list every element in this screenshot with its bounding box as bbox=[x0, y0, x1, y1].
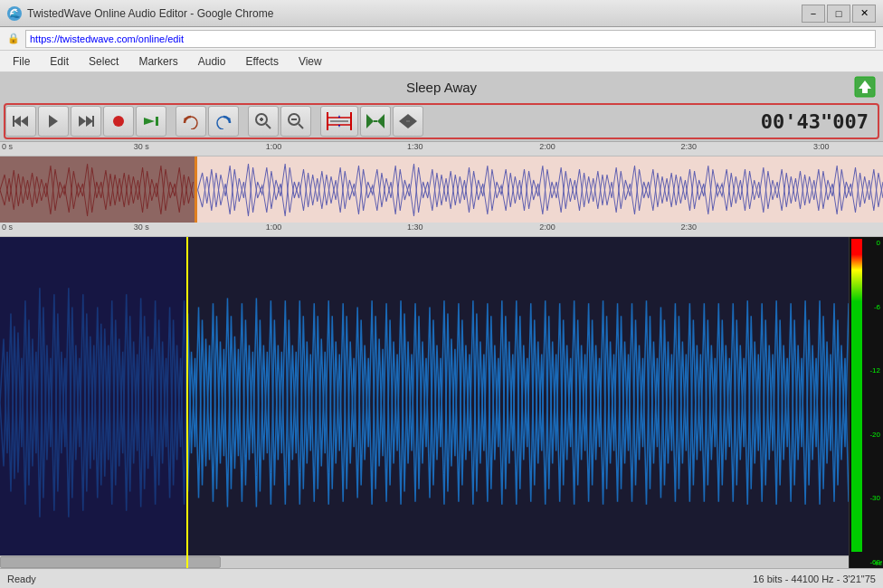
vu-label-30db: -30 bbox=[862, 494, 882, 502]
window-controls: − □ ✕ bbox=[802, 5, 876, 23]
main-ruler-mark-30s: 30 s bbox=[134, 223, 149, 232]
svg-marker-27 bbox=[366, 114, 374, 128]
vu-label-12db: -12 bbox=[862, 366, 882, 375]
svg-rect-4 bbox=[13, 116, 14, 127]
menu-edit[interactable]: Edit bbox=[41, 52, 78, 71]
ssl-lock-icon: 🔒 bbox=[7, 33, 20, 44]
overview-waveform[interactable] bbox=[0, 156, 883, 223]
time-display: 00'43"007 bbox=[761, 110, 878, 133]
svg-marker-10 bbox=[144, 118, 155, 125]
menu-view[interactable]: View bbox=[290, 52, 331, 71]
title-bar-left: 🌊 TwistedWave Online Audio Editor - Goog… bbox=[7, 6, 273, 21]
svg-rect-8 bbox=[92, 116, 94, 127]
app-area: Sleep Away bbox=[0, 72, 883, 588]
title-bar: 🌊 TwistedWave Online Audio Editor - Goog… bbox=[0, 0, 883, 27]
overview-selection bbox=[0, 156, 195, 223]
toolbar: 00'43"007 bbox=[0, 101, 883, 141]
vu-label-20db: -20 bbox=[862, 431, 882, 439]
overview-ruler: 0 s 30 s 1:00 1:30 2:00 2:30 3:00 bbox=[0, 142, 883, 156]
close-button[interactable]: ✕ bbox=[852, 5, 876, 23]
svg-line-20 bbox=[299, 124, 303, 128]
url-input[interactable] bbox=[25, 30, 876, 48]
track-title: Sleep Away bbox=[406, 80, 477, 95]
window-title: TwistedWave Online Audio Editor - Google… bbox=[27, 7, 273, 20]
vu-label-0db: 0 bbox=[862, 239, 882, 247]
svg-line-17 bbox=[266, 124, 271, 128]
rewind-button[interactable] bbox=[5, 106, 36, 137]
overview-section: 0 s 30 s 1:00 1:30 2:00 2:30 3:00 bbox=[0, 141, 883, 223]
vu-label-6db: -6 bbox=[862, 303, 882, 311]
redo-button[interactable] bbox=[208, 106, 239, 137]
ruler-mark-30s: 30 s bbox=[134, 142, 149, 151]
trim-button[interactable] bbox=[393, 106, 423, 137]
address-bar: 🔒 bbox=[0, 27, 883, 51]
ruler-mark-1m: 1:00 bbox=[266, 142, 282, 151]
main-playhead bbox=[186, 237, 188, 568]
main-selection-overlay bbox=[0, 237, 186, 568]
svg-marker-3 bbox=[21, 116, 28, 127]
menu-markers[interactable]: Markers bbox=[129, 52, 186, 71]
main-waveform-area: 0 -6 -12 -20 -30 -60 -inf bbox=[0, 237, 883, 568]
overview-playhead bbox=[195, 156, 197, 223]
main-ruler: 0 s 30 s 1:00 1:30 2:00 2:30 bbox=[0, 223, 883, 237]
menu-select[interactable]: Select bbox=[80, 52, 128, 71]
menu-bar: File Edit Select Markers Audio Effects V… bbox=[0, 51, 883, 72]
status-info: 16 bits - 44100 Hz - 3'21"75 bbox=[753, 574, 876, 584]
main-ruler-mark-2m: 2:00 bbox=[539, 223, 555, 232]
vu-scale: 0 -6 -12 -20 -30 -60 bbox=[862, 237, 882, 568]
vu-meter: 0 -6 -12 -20 -30 -60 -inf bbox=[849, 237, 883, 568]
zoom-out-button[interactable] bbox=[280, 106, 311, 137]
app-icon: 🌊 bbox=[7, 6, 22, 21]
go-end-button[interactable] bbox=[136, 106, 166, 137]
svg-marker-2 bbox=[14, 116, 21, 127]
export-icon[interactable] bbox=[854, 76, 876, 98]
zoom-in-button[interactable] bbox=[248, 106, 279, 137]
svg-rect-11 bbox=[156, 117, 158, 126]
ruler-mark-2m30: 2:30 bbox=[681, 142, 698, 151]
minimize-button[interactable]: − bbox=[802, 5, 825, 23]
menu-audio[interactable]: Audio bbox=[189, 52, 235, 71]
fit-selection-button[interactable] bbox=[320, 106, 358, 137]
status-bar: Ready 16 bits - 44100 Hz - 3'21"75 bbox=[0, 568, 883, 588]
main-ruler-mark-1m: 1:00 bbox=[266, 223, 282, 232]
main-ruler-mark-0s: 0 s bbox=[2, 223, 13, 232]
ruler-mark-0s: 0 s bbox=[2, 142, 13, 151]
vu-bar bbox=[851, 239, 862, 552]
svg-marker-25 bbox=[338, 115, 340, 118]
maximize-button[interactable]: □ bbox=[827, 5, 850, 23]
play-button[interactable] bbox=[38, 106, 69, 137]
main-waveform-canvas[interactable] bbox=[0, 237, 849, 568]
undo-button[interactable] bbox=[176, 106, 206, 137]
menu-file[interactable]: File bbox=[4, 52, 39, 71]
main-ruler-mark-1m30: 1:30 bbox=[407, 223, 423, 232]
fast-forward-button[interactable] bbox=[71, 106, 101, 137]
menu-effects[interactable]: Effects bbox=[236, 52, 287, 71]
svg-marker-6 bbox=[79, 116, 86, 127]
vu-label-inf: -inf bbox=[873, 560, 882, 566]
status-ready: Ready bbox=[7, 574, 36, 584]
svg-rect-34 bbox=[195, 156, 883, 223]
record-button[interactable] bbox=[103, 106, 134, 137]
main-section: 0 s 30 s 1:00 1:30 2:00 2:30 bbox=[0, 223, 883, 568]
ruler-mark-2m: 2:00 bbox=[539, 142, 555, 151]
ruler-mark-1m30: 1:30 bbox=[407, 142, 423, 151]
svg-marker-26 bbox=[338, 125, 340, 128]
svg-marker-28 bbox=[377, 114, 385, 128]
app-title-row: Sleep Away bbox=[0, 72, 883, 101]
svg-marker-7 bbox=[86, 116, 93, 127]
main-ruler-mark-2m30: 2:30 bbox=[681, 223, 698, 232]
zoom-fit-button[interactable] bbox=[360, 106, 391, 137]
svg-marker-5 bbox=[49, 115, 58, 128]
svg-point-9 bbox=[113, 116, 124, 127]
scrollbar-area[interactable] bbox=[0, 555, 849, 568]
ruler-mark-3m: 3:00 bbox=[813, 142, 830, 151]
